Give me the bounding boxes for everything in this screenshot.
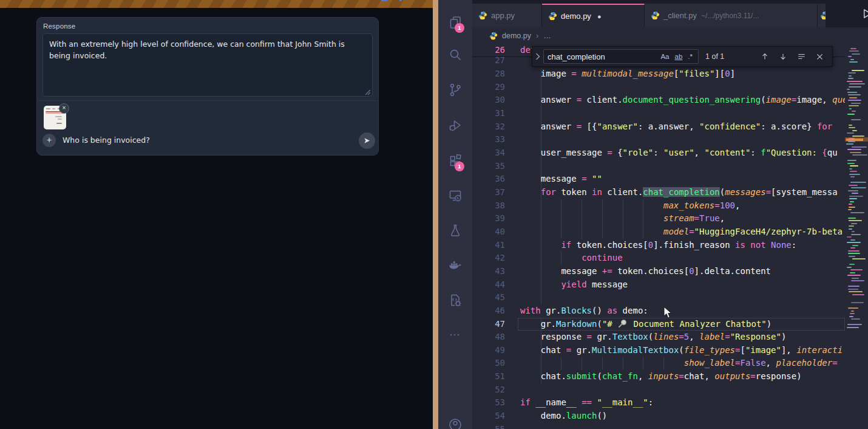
code-editor[interactable]: 2728 image = multimodal_message["files"]… xyxy=(472,44,845,429)
find-next-button[interactable] xyxy=(776,50,790,63)
run-debug-icon[interactable] xyxy=(448,118,463,132)
response-textarea[interactable]: With an extremely high level of confiden… xyxy=(42,33,373,97)
python-icon xyxy=(478,11,487,20)
code-line: 33 xyxy=(472,133,845,146)
send-icon xyxy=(363,137,371,145)
gradio-app-window: Response With an extremely high level of… xyxy=(0,0,433,429)
find-in-selection-button[interactable] xyxy=(795,50,808,63)
python-icon xyxy=(548,12,557,21)
titlebar-artifact xyxy=(381,0,388,1)
code-line: 49 chat = gr.MultimodalTextbox(file_type… xyxy=(472,344,845,357)
code-line: 54 demo.launch() xyxy=(472,410,845,423)
explorer-badge: 1 xyxy=(455,23,464,33)
code-line: 37 for token in client.chat_completion(m… xyxy=(472,186,845,199)
sticky-line-number: 26 xyxy=(472,44,505,57)
close-find-button[interactable] xyxy=(813,50,826,63)
code-line: 38 max_tokens=100, xyxy=(472,199,845,213)
regex-toggle[interactable]: .* xyxy=(688,53,693,60)
docker-icon[interactable] xyxy=(448,258,463,273)
match-case-toggle[interactable]: Aa xyxy=(660,53,669,60)
code-line: 40 model="HuggingFaceH4/zephyr-7b-beta xyxy=(472,225,845,239)
python-icon xyxy=(820,11,826,20)
code-line: 42 continue xyxy=(472,252,845,265)
code-line: 46with gr.Blocks() as demo: xyxy=(472,304,845,318)
add-attachment-button[interactable]: + xyxy=(42,134,56,147)
code-line: 29 xyxy=(472,81,845,94)
minimap[interactable] xyxy=(845,44,868,429)
code-line: 48 response = gr.Textbox(lines=5, label=… xyxy=(472,331,845,344)
more-views-icon[interactable]: ⋯ xyxy=(448,328,463,342)
find-input-box: Aa ab .* xyxy=(543,49,699,64)
code-line: 50 show_label=False, placeholder= xyxy=(472,357,845,370)
python-icon xyxy=(489,32,498,40)
send-button[interactable] xyxy=(359,132,375,149)
python-icon xyxy=(651,11,660,20)
remove-attachment-button[interactable]: × xyxy=(59,103,69,114)
code-line: 53if __name__ == "__main__": xyxy=(472,396,845,410)
remote-explorer-icon[interactable] xyxy=(448,188,463,203)
vscode-window: 1 1 xyxy=(438,0,868,429)
code-line: 55 xyxy=(472,423,845,429)
code-line: 35 xyxy=(472,160,845,173)
block-divider xyxy=(37,100,378,101)
modified-dot[interactable]: ● xyxy=(597,13,602,20)
code-line: 28 image = multimodal_message["files"][0… xyxy=(472,67,845,81)
whole-word-toggle[interactable]: ab xyxy=(675,53,683,60)
code-line: 52 xyxy=(472,383,845,397)
code-line: 47 gr.Markdown("# Document Analyzer Chat… xyxy=(472,318,845,331)
titlebar-artifact xyxy=(399,0,402,1)
editor-tab-strip: app.py demo.py ● _client.py ~/.../python… xyxy=(472,0,868,27)
code-line: 34 user_message = {"role": "user", "cont… xyxy=(472,146,845,160)
run-file-button[interactable] xyxy=(861,8,868,19)
code-line: 31 xyxy=(472,107,845,120)
code-line: 51 chat.submit(chat_fn, inputs=chat, out… xyxy=(472,370,845,383)
breadcrumb[interactable]: demo.py › … xyxy=(472,27,845,44)
find-results-count: 1 of 1 xyxy=(705,52,724,61)
code-line: 30 answer = client.document_question_ans… xyxy=(472,94,845,107)
window-titlebar-stripes xyxy=(0,0,433,8)
desktop: Response With an extremely high level of… xyxy=(0,0,868,429)
find-widget: Aa ab .* 1 of 1 xyxy=(532,46,833,67)
code-line: 39 stream=True, xyxy=(472,212,845,225)
toggle-replace-chevron-icon[interactable] xyxy=(532,46,543,67)
code-line: 43 message += token.choices[0].delta.con… xyxy=(472,265,845,278)
chat-message-input[interactable] xyxy=(63,134,293,147)
source-control-icon[interactable] xyxy=(448,83,463,97)
testing-icon[interactable] xyxy=(448,223,463,238)
gradio-panel: Response With an extremely high level of… xyxy=(36,17,379,156)
activity-bar: 1 1 xyxy=(438,0,472,429)
code-line: 41 if token.choices[0].finish_reason is … xyxy=(472,239,845,252)
search-icon[interactable] xyxy=(448,47,463,62)
code-line: 45 xyxy=(472,291,845,304)
textarea-resize-handle[interactable] xyxy=(365,89,371,95)
task-file-icon[interactable] xyxy=(448,293,463,307)
code-line: 44 yield message xyxy=(472,278,845,292)
tab-partial[interactable] xyxy=(818,4,826,27)
tab-app-py[interactable]: app.py xyxy=(472,4,542,27)
account-icon[interactable] xyxy=(448,418,463,429)
code-line: 36 message = "" xyxy=(472,173,845,186)
code-line: 32 answer = [{"answer": a.answer, "confi… xyxy=(472,120,845,134)
find-previous-button[interactable] xyxy=(758,50,771,63)
extensions-badge: 1 xyxy=(455,162,464,171)
tab-client-py[interactable]: _client.py ~/.../python3.11/... xyxy=(645,4,818,27)
find-input[interactable] xyxy=(544,52,660,61)
response-label: Response xyxy=(43,22,75,30)
tab-demo-py[interactable]: demo.py ● xyxy=(542,4,645,27)
